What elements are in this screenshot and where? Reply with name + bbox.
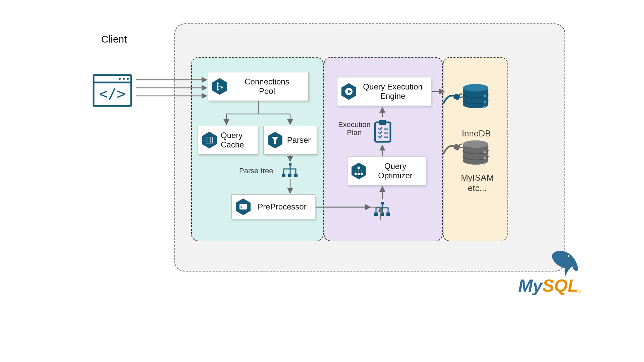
svg-rect-27: [289, 163, 291, 166]
svg-point-44: [463, 84, 488, 92]
svg-point-46: [484, 101, 486, 103]
svg-text:®: ®: [578, 290, 581, 294]
tree-icon: [280, 162, 300, 178]
connections-pool-label: Connections Pool: [231, 77, 303, 96]
tree-icon-2: [372, 201, 392, 217]
database-icon-innodb: [461, 84, 491, 112]
branch-icon: [212, 77, 228, 96]
svg-point-52: [463, 140, 488, 148]
parser-node: Parser: [263, 126, 317, 155]
svg-rect-33: [380, 213, 384, 216]
svg-point-72: [568, 255, 570, 257]
grid-icon: [201, 131, 217, 149]
svg-rect-35: [375, 122, 390, 142]
svg-rect-36: [379, 120, 386, 125]
query-exec-engine-label: Query Execution Engine: [360, 82, 425, 101]
svg-rect-29: [288, 174, 291, 177]
query-optimizer-label: Query Optimizer: [370, 162, 420, 180]
query-optimizer-node: Query Optimizer: [347, 157, 426, 185]
mysql-logo: MySQL ®: [518, 248, 582, 298]
hierarchy-icon: [351, 162, 367, 180]
client-title: Client: [96, 34, 132, 45]
svg-marker-10: [202, 132, 217, 148]
svg-rect-24: [355, 173, 357, 175]
svg-rect-34: [386, 213, 390, 216]
myisam-label: MyISAM etc...: [457, 173, 497, 193]
svg-rect-18: [239, 204, 247, 209]
funnel-icon: [267, 131, 283, 149]
svg-rect-30: [294, 174, 298, 177]
preprocessor-label: PreProcessor: [255, 202, 310, 212]
play-icon: [341, 82, 357, 101]
svg-rect-28: [282, 174, 285, 177]
svg-rect-23: [358, 167, 360, 169]
svg-point-54: [484, 157, 486, 159]
svg-point-47: [484, 106, 486, 108]
query-exec-engine-node: Query Execution Engine: [337, 77, 431, 106]
query-cache-label: Query Cache: [221, 131, 252, 149]
svg-point-2: [119, 78, 121, 80]
parse-tree-label: Parse tree: [239, 167, 273, 175]
svg-point-45: [484, 95, 486, 97]
svg-rect-31: [381, 202, 384, 204]
preprocessor-node: PreProcessor: [231, 194, 315, 219]
svg-point-4: [127, 78, 129, 80]
terminal-icon: [235, 198, 251, 216]
svg-point-55: [484, 163, 486, 165]
database-icon-myisam: [461, 140, 491, 168]
exec-plan-label: Execution Plan: [338, 121, 371, 137]
svg-point-3: [123, 78, 125, 80]
svg-text:</>: </>: [99, 85, 125, 102]
svg-rect-25: [358, 173, 360, 175]
svg-rect-32: [374, 213, 378, 216]
innodb-label: InnoDB: [460, 128, 493, 139]
svg-rect-26: [361, 173, 363, 175]
client-window-icon: </>: [92, 74, 132, 107]
svg-text:MySQL: MySQL: [518, 276, 578, 295]
clipboard-icon: [372, 119, 393, 143]
connections-pool-node: Connections Pool: [208, 72, 309, 101]
svg-point-53: [484, 151, 486, 153]
query-cache-node: Query Cache: [198, 126, 258, 155]
parser-label: Parser: [286, 135, 311, 145]
